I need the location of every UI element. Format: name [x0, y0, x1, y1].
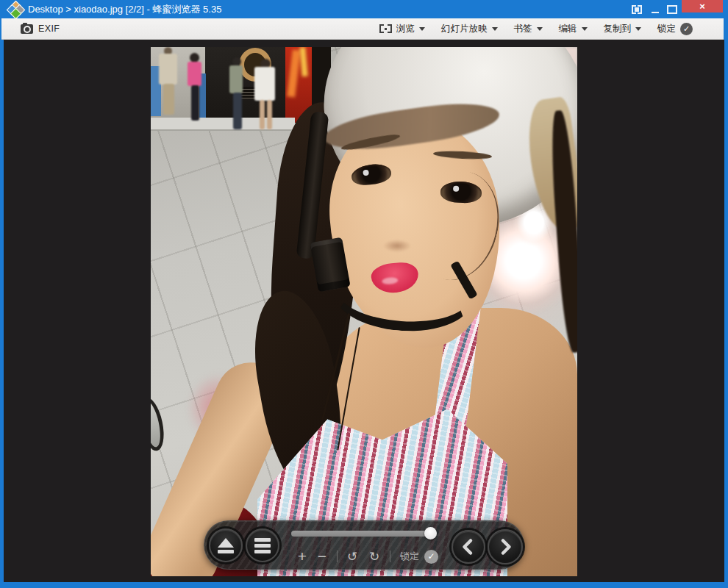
menu-bookmarks-label: 书签	[514, 23, 532, 35]
menu-lock[interactable]: 锁定 ✓	[657, 23, 693, 35]
check-circle-icon: ✓	[680, 23, 693, 35]
window-title: Desktop > xiaodao.jpg [2/2] - 蜂蜜浏览器 5.35	[28, 3, 221, 16]
control-bar: + − ↺ ↻ 锁定 ✓	[204, 520, 524, 570]
menu-copy-to-label: 复制到	[604, 23, 632, 35]
exif-label: EXIF	[38, 24, 60, 34]
menu-slideshow-label: 幻灯片放映	[441, 23, 488, 35]
chevron-left-icon	[461, 538, 476, 556]
caret-down-icon	[419, 27, 425, 34]
zoom-slider[interactable]	[291, 530, 437, 537]
fullscreen-icon	[632, 5, 642, 14]
menu-edit-label: 编辑	[559, 23, 577, 35]
caret-down-icon	[492, 27, 498, 34]
close-icon: ×	[699, 1, 705, 11]
zoom-in-button[interactable]: +	[296, 549, 309, 564]
photo-pedestrian	[157, 47, 179, 117]
divider	[390, 551, 390, 562]
exif-button[interactable]: EXIF	[21, 18, 60, 39]
menu-lines-icon	[254, 538, 271, 542]
titlebar: Desktop > xiaodao.jpg [2/2] - 蜂蜜浏览器 5.35…	[0, 0, 728, 18]
control-bar-middle: + − ↺ ↻ 锁定 ✓	[291, 548, 438, 565]
maximize-button[interactable]	[663, 0, 681, 18]
app-logo-icon	[8, 2, 22, 16]
toolbar: EXIF 浏览 幻灯片放映 书签 编辑 复制到	[1, 18, 724, 40]
zoom-slider-thumb[interactable]	[424, 527, 437, 539]
caret-down-icon	[582, 27, 588, 34]
minimize-icon	[652, 12, 659, 13]
next-image-button[interactable]	[488, 529, 523, 564]
toolbar-menus: 浏览 幻灯片放映 书签 编辑 复制到 锁定 ✓	[379, 18, 693, 39]
photo-pedestrian	[227, 57, 246, 131]
maximize-icon	[667, 5, 677, 14]
fullscreen-button[interactable]	[627, 0, 646, 18]
eject-button[interactable]	[209, 528, 243, 562]
menu-browse-label: 浏览	[396, 23, 415, 35]
rotate-right-button[interactable]: ↻	[367, 549, 382, 564]
menu-bookmarks[interactable]: 书签	[514, 23, 543, 35]
photo[interactable]	[151, 47, 577, 576]
viewport-frame-icon	[379, 24, 392, 33]
image-viewer-canvas: + − ↺ ↻ 锁定 ✓	[4, 40, 724, 582]
menu-browse[interactable]: 浏览	[379, 23, 425, 35]
menu-lock-label: 锁定	[657, 23, 676, 35]
eject-icon	[218, 538, 234, 548]
zoom-slider-track[interactable]	[291, 531, 437, 537]
lock-label: 锁定	[400, 550, 419, 563]
close-button[interactable]: ×	[682, 0, 723, 12]
menu-slideshow[interactable]: 幻灯片放映	[441, 23, 498, 35]
caret-down-icon	[635, 27, 641, 34]
camera-icon	[21, 24, 33, 34]
lock-toggle[interactable]: ✓	[424, 550, 438, 564]
zoom-out-button[interactable]: −	[315, 549, 329, 564]
minimize-button[interactable]	[646, 0, 664, 18]
divider	[337, 551, 338, 562]
app-window: Desktop > xiaodao.jpg [2/2] - 蜂蜜浏览器 5.35…	[0, 0, 728, 588]
menu-copy-to[interactable]: 复制到	[604, 23, 642, 35]
menu-button[interactable]	[246, 528, 279, 562]
caret-down-icon	[537, 27, 543, 34]
previous-image-button[interactable]	[452, 530, 485, 564]
menu-edit[interactable]: 编辑	[559, 23, 588, 35]
chevron-right-icon	[498, 538, 513, 556]
photo-pedestrian	[251, 59, 279, 135]
photo-pedestrian	[185, 53, 204, 122]
rotate-left-button[interactable]: ↺	[345, 549, 360, 564]
